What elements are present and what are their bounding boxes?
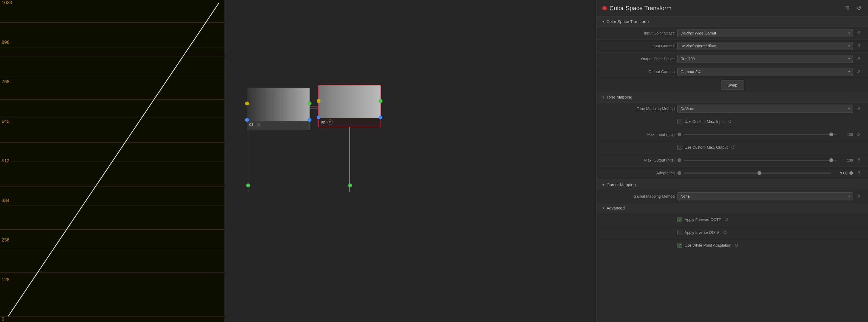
max-input-slider-track[interactable] <box>683 134 837 135</box>
use-white-point-checkbox[interactable]: ✓ <box>678 243 682 248</box>
max-output-control: 100 ↺ <box>678 156 861 164</box>
graph-panel: 1023 896 768 640 512 384 256 128 0 <box>0 0 225 322</box>
node-02-bottom-output[interactable] <box>348 183 352 187</box>
apply-inverse-ootf-label: Apply Inverse OOTF <box>685 230 720 235</box>
max-output-row: Max. Output (nits) 100 ↺ <box>597 154 868 167</box>
node-02-output-top[interactable] <box>379 99 382 103</box>
node-01-input-top[interactable] <box>245 102 249 105</box>
output-color-space-reset[interactable]: ↺ <box>855 55 861 63</box>
adaptation-label: Adaptation <box>603 171 675 175</box>
tone-mapping-method-value: DaVinci <box>680 107 694 111</box>
max-output-slider-thumb[interactable] <box>829 158 833 162</box>
output-gamma-row: Output Gamma Gamma 2.4 ▾ ↺ <box>597 65 868 78</box>
tone-mapping-method-dropdown[interactable]: DaVinci ▾ <box>678 105 853 113</box>
max-input-slider-thumb[interactable] <box>829 133 833 136</box>
use-custom-max-output-checkbox[interactable] <box>678 145 682 150</box>
adaptation-row: Adaptation 9.00 ↺ <box>597 167 868 180</box>
input-gamma-reset[interactable]: ↺ <box>855 42 861 50</box>
node-02-preview <box>318 85 380 118</box>
gamut-mapping-method-value: None <box>680 194 689 199</box>
node-02-label: 02 <box>321 120 325 124</box>
y-label-1023: 1023 <box>2 0 12 5</box>
use-custom-max-input-row: Use Custom Max. Input ↺ <box>597 115 868 128</box>
output-color-space-dropdown[interactable]: Rec.709 ▾ <box>678 55 853 63</box>
section-cst-header[interactable]: ▾ Color Space Transform <box>597 16 868 27</box>
apply-inverse-ootf-reset[interactable]: ↺ <box>722 228 728 237</box>
node-02-input-top[interactable] <box>317 99 320 103</box>
section-advanced-content: ✓ Apply Forward OOTF ↺ Apply Inverse OOT… <box>597 213 868 252</box>
use-custom-max-input-checkbox[interactable] <box>678 119 682 124</box>
adaptation-slider-track[interactable] <box>683 173 832 174</box>
use-white-point-reset[interactable]: ↺ <box>734 241 740 249</box>
output-color-space-value: Rec.709 <box>680 57 695 61</box>
apply-forward-ootf-control: ✓ Apply Forward OOTF ↺ <box>678 215 861 224</box>
y-label-512: 512 <box>2 158 12 164</box>
input-color-space-value: DaVinci Wide Gamut <box>680 31 716 35</box>
max-output-slider-dot <box>678 158 681 162</box>
use-custom-max-output-control: Use Custom Max. Output ↺ <box>678 143 861 151</box>
use-custom-max-input-label: Use Custom Max. Input <box>685 119 724 124</box>
input-color-space-reset[interactable]: ↺ <box>855 29 861 37</box>
apply-forward-ootf-reset[interactable]: ↺ <box>723 215 730 224</box>
adaptation-control: 9.00 ↺ <box>678 169 861 177</box>
use-custom-max-output-label: Use Custom Max. Output <box>685 145 727 149</box>
max-output-reset[interactable]: ↺ <box>855 156 861 164</box>
gamut-mapping-method-chevron: ▾ <box>848 194 850 198</box>
swap-row: Swap <box>597 78 868 92</box>
section-cst-title: Color Space Transform <box>607 19 649 24</box>
node-area[interactable]: 01 ⚙ <box>225 0 596 322</box>
reset-all-button[interactable]: ↺ <box>856 4 863 12</box>
node-02-output-bottom[interactable] <box>379 115 382 119</box>
apply-forward-ootf-label: Apply Forward OOTF <box>685 217 721 222</box>
section-gamut-title: Gamut Mapping <box>607 182 636 187</box>
node-01[interactable]: 01 ⚙ <box>247 87 310 130</box>
adaptation-slider-thumb[interactable] <box>757 171 761 175</box>
section-advanced-chevron: ▾ <box>602 206 604 210</box>
y-label-0: 0 <box>2 317 12 322</box>
gamut-mapping-method-control: None ▾ ↺ <box>678 192 861 201</box>
use-custom-max-output-reset[interactable]: ↺ <box>730 143 736 151</box>
node-02-settings-icon[interactable]: ⚙ <box>327 119 333 125</box>
node-01-settings-icon[interactable]: ⚙ <box>256 122 261 127</box>
section-advanced-header[interactable]: ▾ Advanced <box>597 203 868 213</box>
max-output-slider-track[interactable] <box>683 159 837 161</box>
node-01-output-top[interactable] <box>308 102 311 105</box>
section-gamut-header[interactable]: ▾ Gamut Mapping <box>597 180 868 190</box>
apply-forward-ootf-row: ✓ Apply Forward OOTF ↺ <box>597 213 868 226</box>
gamut-mapping-method-reset[interactable]: ↺ <box>855 192 861 201</box>
node-01-input-bottom[interactable] <box>245 118 249 122</box>
adaptation-keyframe-button[interactable] <box>849 171 854 176</box>
input-gamma-chevron: ▾ <box>848 44 850 48</box>
node-02[interactable]: 02 ⚙ <box>318 85 381 127</box>
max-input-row: Max. Input (nits) 100 ↺ <box>597 128 868 141</box>
panel-title: Color Space Transform <box>610 5 841 12</box>
use-custom-max-output-row: Use Custom Max. Output ↺ <box>597 141 868 154</box>
section-gamut-content: Gamut Mapping Method None ▾ ↺ <box>597 190 868 203</box>
svg-rect-19 <box>247 88 310 121</box>
input-color-space-dropdown[interactable]: DaVinci Wide Gamut ▾ <box>678 29 853 37</box>
node-02-footer: 02 ⚙ <box>318 118 380 126</box>
tone-mapping-method-reset[interactable]: ↺ <box>855 105 861 113</box>
adaptation-reset[interactable]: ↺ <box>855 169 861 177</box>
node-editor-panel: 01 ⚙ <box>225 0 596 322</box>
swap-button[interactable]: Swap <box>721 80 744 90</box>
node-02-input-bottom[interactable] <box>317 115 320 119</box>
input-gamma-dropdown[interactable]: DaVinci Intermediate ▾ <box>678 42 853 50</box>
output-gamma-reset[interactable]: ↺ <box>855 68 861 76</box>
node-01-output-bottom[interactable] <box>308 118 311 122</box>
section-tone-header[interactable]: ▾ Tone Mapping <box>597 92 868 102</box>
use-custom-max-input-reset[interactable]: ↺ <box>727 117 733 126</box>
apply-forward-ootf-checkbox[interactable]: ✓ <box>678 217 682 222</box>
delete-button[interactable]: 🗑 <box>844 4 851 12</box>
output-gamma-dropdown[interactable]: Gamma 2.4 ▾ <box>678 68 853 76</box>
output-color-space-control: Rec.709 ▾ ↺ <box>678 55 861 63</box>
gamut-mapping-method-dropdown[interactable]: None ▾ <box>678 192 853 201</box>
apply-inverse-ootf-checkbox[interactable] <box>678 230 682 235</box>
input-gamma-control: DaVinci Intermediate ▾ ↺ <box>678 42 861 50</box>
right-panel: Color Space Transform 🗑 ↺ ▾ Color Space … <box>596 0 868 322</box>
node-01-bottom-output[interactable] <box>246 183 250 187</box>
max-input-reset[interactable]: ↺ <box>855 130 861 139</box>
use-white-point-control: ✓ Use White Point Adaptation ↺ <box>678 241 861 249</box>
tone-mapping-method-chevron: ▾ <box>848 107 850 111</box>
input-color-space-label: Input Color Space <box>603 31 675 35</box>
